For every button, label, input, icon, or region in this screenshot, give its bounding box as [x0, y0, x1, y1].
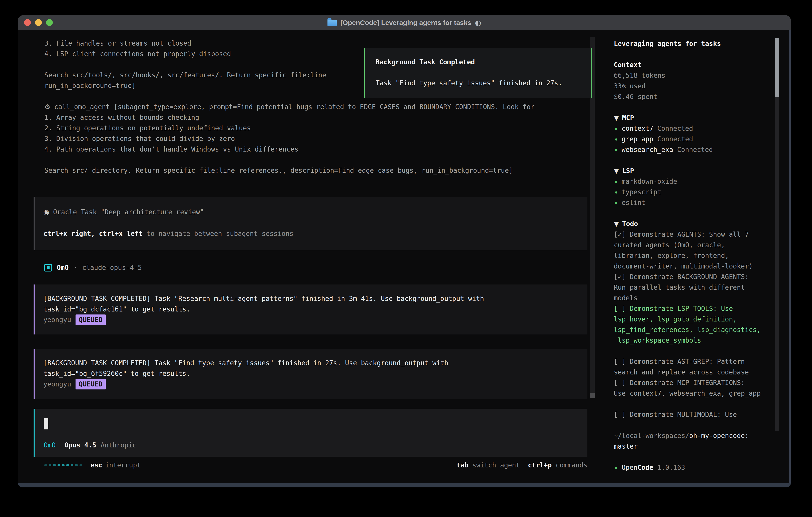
- agent-name: OmO: [57, 262, 69, 273]
- esc-key-label: interrupt: [105, 460, 141, 470]
- status-dot-icon: [615, 181, 617, 183]
- task-message-line: [BACKGROUND TASK COMPLETED] Task "Resear…: [44, 293, 587, 304]
- todo-line: lsp_find_references, lsp_diagnostics,: [614, 324, 774, 335]
- tool-call-item: 1. Array access without bounds checking: [45, 112, 587, 123]
- todo-line: [ ] Demonstrate LSP TOOLS: Use: [614, 303, 774, 314]
- status-left: esc interrupt: [45, 460, 141, 470]
- mcp-name: websearch_exa: [621, 146, 673, 154]
- mcp-name: context7: [621, 125, 654, 132]
- context-spent: $0.46 spent: [614, 91, 774, 102]
- app-version: 1.0.163: [654, 464, 685, 471]
- task-user: yeongyu: [44, 380, 71, 388]
- task-user: yeongyu: [44, 316, 71, 324]
- status-bar: esc interrupt tab switch agent ctrl+p co…: [45, 460, 587, 470]
- ctrlp-key-hint: ctrl+p: [528, 461, 552, 469]
- session-title: Leveraging agents for tasks: [614, 38, 774, 49]
- notification-body: Task "Find type safety issues" finished …: [376, 78, 591, 88]
- todo-section-header[interactable]: ▼Todo: [614, 219, 774, 229]
- tool-call-item: 4. Path operations that don't handle Win…: [45, 144, 587, 155]
- provider-label: Anthropic: [101, 440, 137, 451]
- mcp-item: grep_app Connected: [614, 134, 774, 144]
- agent-checkbox-icon: [45, 264, 52, 272]
- chevron-down-icon: ▼: [614, 114, 619, 122]
- workspace-path-prefix: ~/local-workspaces/: [614, 432, 689, 440]
- active-model-label: Opus 4.5: [64, 440, 96, 451]
- task-message-line: [BACKGROUND TASK COMPLETED] Task "Find t…: [44, 358, 587, 368]
- agent-header: OmO · claude-opus-4-5: [45, 262, 142, 273]
- hint-keys: ctrl+x right, ctrl+x left: [44, 230, 143, 238]
- message-scrollbar-thumb[interactable]: [590, 393, 594, 398]
- subagent-navigation-hint: ctrl+x right, ctrl+x left to navigate be…: [44, 228, 587, 239]
- status-dot-icon: [615, 138, 617, 140]
- lsp-section-header[interactable]: ▼LSP: [614, 166, 774, 176]
- tab-key-hint: tab: [456, 461, 468, 469]
- context-tokens: 66,518 tokens: [614, 70, 774, 81]
- oracle-task-title: ◉ Oracle Task "Deep architecture review": [44, 207, 587, 217]
- todo-line: [ ] Demonstrate MULTIMODAL: Use: [614, 409, 774, 420]
- window-titlebar[interactable]: [OpenCode] Leveraging agents for tasks ◐: [18, 15, 791, 30]
- folder-icon: [327, 20, 337, 26]
- terminal-content: 3. File handles or streams not closed 4.…: [18, 30, 789, 483]
- scrollback-line: 3. File handles or streams not closed: [45, 38, 587, 49]
- toast-notification[interactable]: Background Task Completed Task "Find typ…: [364, 48, 592, 98]
- todo-line: models: [614, 293, 774, 303]
- status-dot-icon: [615, 128, 617, 130]
- mcp-item: websearch_exa Connected: [614, 144, 774, 155]
- window-bottom-edge: [18, 483, 791, 487]
- text-cursor: [44, 418, 48, 430]
- todo-line: search and replace across codebase: [614, 367, 774, 377]
- todo-line: [✓] Demonstrate AGENTS: Show all 7: [614, 229, 774, 240]
- todo-line: Run parallel tasks with different: [614, 282, 774, 293]
- lsp-item: markdown-oxide: [614, 176, 774, 187]
- mcp-section-header[interactable]: ▼MCP: [614, 113, 774, 123]
- status-dot-icon: [615, 149, 617, 151]
- background-task-card: [BACKGROUND TASK COMPLETED] Task "Resear…: [34, 284, 587, 334]
- lsp-item: eslint: [614, 197, 774, 208]
- lsp-name: markdown-oxide: [621, 178, 677, 185]
- tool-call-item: 2. String operations on potentially unde…: [45, 123, 587, 133]
- context-heading: Context: [614, 60, 774, 70]
- task-meta-row: yeongyuQUEUED: [44, 379, 587, 389]
- sidebar-scrollbar-thumb[interactable]: [775, 38, 779, 97]
- todo-line: [ ] Demonstrate MCP INTEGRATIONS:: [614, 377, 774, 388]
- context-used: 33% used: [614, 81, 774, 91]
- tab-key-label: switch agent: [468, 461, 520, 469]
- todo-line: Use context7, websearch_exa, grep_app: [614, 388, 774, 399]
- tool-call-tail: Search src/ directory. Return specific f…: [45, 165, 587, 176]
- version-row: OpenCode 1.0.163: [614, 462, 774, 473]
- mcp-status: Connected: [654, 135, 693, 143]
- spinner-icon: [45, 464, 82, 466]
- separator-dot: ·: [74, 262, 78, 273]
- window-right-edge: [789, 30, 791, 483]
- prompt-input[interactable]: OmO Opus 4.5 Anthropic: [34, 409, 587, 457]
- oracle-task-card: ◉ Oracle Task "Deep architecture review"…: [34, 197, 587, 250]
- task-meta-row: yeongyuQUEUED: [44, 315, 587, 325]
- notification-title: Background Task Completed: [376, 57, 591, 67]
- mcp-item: context7 Connected: [614, 123, 774, 134]
- tool-call-header: ⚙ call_omo_agent [subagent_type=explore,…: [45, 102, 587, 112]
- todo-checkbox: [ ]: [614, 411, 626, 418]
- window-title-text: [OpenCode] Leveraging agents for tasks: [340, 19, 471, 27]
- workspace-repo: oh-my-opencode:: [689, 432, 749, 440]
- status-badge: QUEUED: [76, 379, 106, 389]
- workspace-branch: master: [614, 441, 774, 452]
- lsp-name: typescript: [621, 188, 661, 196]
- agent-model: claude-opus-4-5: [82, 262, 142, 273]
- app-name-bold: Code: [637, 464, 653, 471]
- ctrlp-key-label: commands: [552, 461, 587, 469]
- chevron-down-icon: ▼: [614, 167, 619, 175]
- task-message-line: task_id="bg_dcfac161" to get results.: [44, 304, 587, 315]
- todo-checkbox: [ ]: [614, 305, 626, 312]
- sidebar-scrollbar[interactable]: [775, 38, 779, 431]
- todo-line: lsp_workspace_symbols: [614, 335, 774, 346]
- window-title: [OpenCode] Leveraging agents for tasks ◐: [18, 15, 791, 30]
- todo-line: [ ] Demonstrate AST-GREP: Pattern: [614, 356, 774, 367]
- active-agent-label: OmO: [44, 440, 56, 451]
- status-right: tab switch agent ctrl+p commands: [456, 460, 587, 470]
- mcp-status: Connected: [654, 125, 693, 132]
- status-dot-icon: [615, 191, 617, 193]
- record-circle-icon: ◉: [44, 208, 49, 216]
- todo-checkbox: [✓]: [614, 273, 626, 281]
- todo-checkbox: [✓]: [614, 230, 626, 238]
- input-footer: OmO Opus 4.5 Anthropic: [44, 440, 136, 451]
